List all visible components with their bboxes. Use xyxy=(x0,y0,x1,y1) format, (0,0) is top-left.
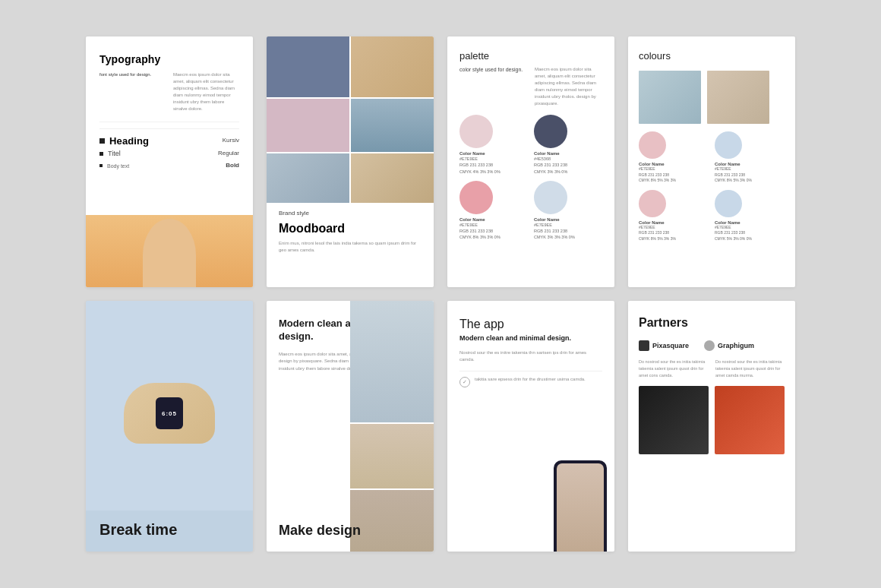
swatch-dark-slate xyxy=(534,115,567,148)
cs-info-2: #E7E9EERGB 231 233 238CMYK 8% 5% 3% 0% xyxy=(715,166,785,184)
body-text-label: Body text xyxy=(107,163,129,169)
collage-cell-3 xyxy=(267,99,349,152)
colour-swatch-2: Color Name #E7E9EERGB 231 233 238CMYK 8%… xyxy=(715,131,785,184)
typography-body: Maecm eos ipsum dolor sita amet, aliquam… xyxy=(173,71,239,112)
cs-pink xyxy=(639,131,666,159)
moodboard-desc: Enim mus, nitroni lesol the lais india t… xyxy=(279,240,422,254)
app-desc: Nostrod sour the es initre takemia thn s… xyxy=(459,349,602,363)
colour-photo-1 xyxy=(639,71,701,124)
cs-info-4: #E7E9EERGB 231 233 238CMYK 5% 3% 0% 0% xyxy=(715,225,785,242)
partner-photo-1 xyxy=(639,386,709,454)
app-phone xyxy=(554,460,607,552)
colour-swatch-1: Color Name #E7E9EERGB 231 233 238CMYK 8%… xyxy=(639,131,709,184)
colours-photos-row xyxy=(639,71,785,124)
palette-swatch-1: Color Name #E7E9EERGB 231 233 238CMYK 4%… xyxy=(459,115,528,175)
collage-cell-6 xyxy=(351,153,434,203)
card-palette: palette color style used for design. Mae… xyxy=(447,36,614,287)
partner-photos xyxy=(639,386,785,454)
card-moodboard: Brand style Moodboard Enim mus, nitroni … xyxy=(267,36,434,287)
collage-cell-1 xyxy=(267,36,349,97)
person-photo xyxy=(86,215,253,287)
watch-face: 6:05 xyxy=(156,397,183,429)
colour-swatch-4: Color Name #E7E9EERGB 231 233 238CMYK 5%… xyxy=(715,190,785,242)
card-partners: Partners Pixasquare Graphigum Do nostrod… xyxy=(628,301,795,552)
cs-blue xyxy=(715,131,742,159)
partners-title: Partners xyxy=(639,316,785,330)
palette-body: Maecm eos ipsum dolor sita amet, aliquam… xyxy=(535,66,602,107)
moodboard-title: Moodboard xyxy=(279,222,422,236)
partner-desc-row: Do nostrod sour the es initia takimia ta… xyxy=(639,359,785,378)
palette-title: palette xyxy=(459,50,602,62)
break-title: Break time xyxy=(99,521,239,538)
watch-time: 6:05 xyxy=(162,410,177,417)
person-silhouette xyxy=(143,219,196,287)
brand-style-label: Brand style xyxy=(279,209,422,217)
partner-desc-1: Do nostrod sour the es initia takimia ta… xyxy=(639,359,708,378)
palette-swatch-4: Color Name #E7E9EERGB 231 233 238CMYK 3%… xyxy=(534,181,602,241)
moodboard-bottom: Brand style Moodboard Enim mus, nitroni … xyxy=(267,200,434,261)
make-collage-bot xyxy=(350,490,434,552)
partner-logo-1: Pixasquare xyxy=(639,340,689,351)
make-collage-mid xyxy=(350,424,434,488)
swatch-light-pink xyxy=(459,115,493,148)
make-collage xyxy=(350,301,434,552)
palette-swatch-3: Color Name #E7E9EERGB 231 233 238CMYK 8%… xyxy=(459,181,528,241)
title-label: Titel xyxy=(108,150,121,157)
card-app: The app Modern clean and minimal design.… xyxy=(447,301,614,552)
app-subtitle: Modern clean and minimal design. xyxy=(459,334,602,343)
partner-icon-2 xyxy=(704,340,715,351)
cs-info-3: #E7E9EERGB 231 233 238CMYK 8% 5% 3% 3% xyxy=(639,225,709,242)
collage-cell-2 xyxy=(351,36,434,97)
card-make: Modern clean and minimal design. Maecm e… xyxy=(267,301,434,552)
font-regular: Regular xyxy=(218,149,239,159)
cs-pink-2 xyxy=(639,190,666,217)
partner-icon-1 xyxy=(639,340,649,351)
make-collage-top xyxy=(350,301,434,422)
colours-title: colours xyxy=(639,50,785,62)
moodboard-collage xyxy=(267,36,434,200)
colour-swatch-3: Color Name #E7E9EERGB 231 233 238CMYK 8%… xyxy=(639,190,709,242)
app-check-icon xyxy=(459,377,470,387)
title-bullet xyxy=(99,152,103,156)
main-grid: Typography font style used for design. M… xyxy=(63,14,818,574)
app-person-photo xyxy=(557,463,604,552)
heading-label: Heading xyxy=(109,135,149,147)
app-title: The app xyxy=(459,318,602,331)
partner-name-1: Pixasquare xyxy=(652,342,689,349)
watch-hand: 6:05 xyxy=(124,383,215,444)
app-feature: takitia sare epsess drin for the drustim… xyxy=(459,376,602,387)
swatch-light-blue xyxy=(534,181,567,214)
color-info-1: #E7E9EERGB 231 233 238CMYK 4% 3% 3% 0% xyxy=(459,156,528,175)
font-bold: Bold xyxy=(226,161,239,171)
colours-swatch-grid: Color Name #E7E9EERGB 231 233 238CMYK 8%… xyxy=(639,131,785,242)
partner-name-2: Graphigum xyxy=(718,342,754,349)
colour-photo-2 xyxy=(707,71,769,124)
app-phone-screen xyxy=(557,463,604,552)
typography-photo xyxy=(86,215,253,287)
font-kursiv: Kursiv xyxy=(223,136,239,146)
typography-title: Typography xyxy=(99,53,239,65)
watch-area: 6:05 xyxy=(86,301,253,511)
collage-cell-5 xyxy=(267,153,349,203)
cs-info-1: #E7E9EERGB 231 233 238CMYK 8% 5% 3% 3% xyxy=(639,166,709,184)
color-info-4: #E7E9EERGB 231 233 238CMYK 3% 3% 3% 0% xyxy=(534,222,602,241)
partner-photo-2 xyxy=(715,386,785,454)
cs-blue-2 xyxy=(715,190,742,217)
palette-color-grid: Color Name #E7E9EERGB 231 233 238CMYK 4%… xyxy=(459,115,602,241)
card-colours: colours Color Name #E7E9EERGB 231 233 23… xyxy=(628,36,795,287)
card-typography: Typography font style used for design. M… xyxy=(86,36,253,287)
heading-bullet xyxy=(99,138,105,144)
color-info-3: #E7E9EERGB 231 233 238CMYK 8% 3% 3% 0% xyxy=(459,222,528,241)
partner-logos: Pixasquare Graphigum xyxy=(639,340,785,351)
card-break: 6:05 Break time xyxy=(86,301,253,552)
typography-subtitle: font style used for design. xyxy=(99,71,166,112)
app-feature-text: takitia sare epsess drin for the drustim… xyxy=(475,376,586,383)
body-bullet xyxy=(99,164,103,167)
swatch-pink xyxy=(459,181,493,214)
partner-desc-2: Do nostrod sour the es initia takimia ta… xyxy=(715,359,785,378)
partner-logo-2: Graphigum xyxy=(704,340,754,351)
color-info-2: #4E5368RGB 231 233 238CMYK 3% 3% 0% xyxy=(534,156,602,175)
make-title: Make design xyxy=(279,523,361,539)
palette-swatch-2: Color Name #4E5368RGB 231 233 238CMYK 3%… xyxy=(534,115,602,175)
collage-cell-4 xyxy=(351,99,434,152)
